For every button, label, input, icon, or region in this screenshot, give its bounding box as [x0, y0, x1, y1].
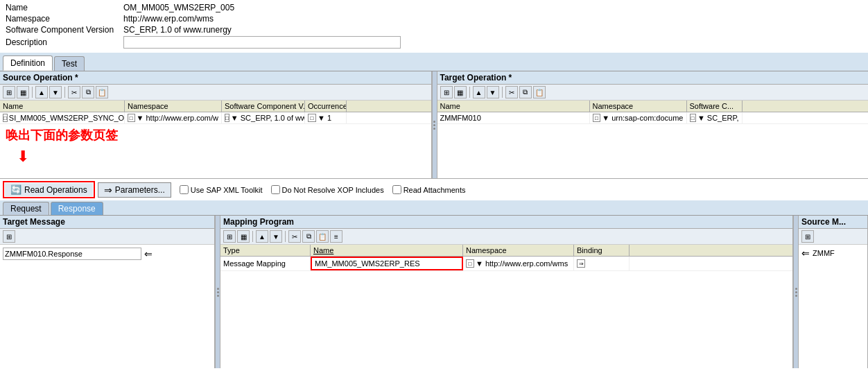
source-message-arrow[interactable]: ⇐ [801, 248, 810, 259]
annotation-text: 唤出下面的参数页签 [0, 124, 431, 146]
mp-td-type: Message Mapping [220, 257, 311, 270]
top-form: Name OM_MM005_WMS2ERP_005 Namespace http… [0, 0, 868, 53]
tgt-btn-up[interactable]: ▲ [473, 86, 485, 98]
mp-th-namespace: Namespace [463, 245, 574, 256]
tgt-scv-icon: □ [690, 114, 696, 122]
tab-test[interactable]: Test [54, 56, 85, 71]
tgt-btn-copy[interactable]: ⧉ [519, 86, 532, 98]
tgt-btn-dn[interactable]: ▼ [487, 86, 499, 98]
src-btn-dn[interactable]: ▼ [49, 86, 62, 98]
src-btn-2[interactable]: ▦ [17, 86, 29, 98]
name-value: OM_MM005_WMS2ERP_005 [123, 3, 234, 12]
src-td-occurrence: □▼ 1 [305, 112, 347, 123]
src-scv-icon: □ [225, 114, 229, 122]
mp-btn-dn[interactable]: ▼ [270, 230, 282, 243]
mp-btn-2[interactable]: ▦ [237, 230, 250, 243]
sub-tab-request[interactable]: Request [3, 202, 49, 215]
mp-btn-paste[interactable]: 📋 [316, 230, 329, 243]
target-message-arrow[interactable]: ⇐ [144, 248, 153, 259]
checkbox-sap-xml[interactable]: Use SAP XML Toolkit [180, 185, 263, 194]
read-ops-icon: 🔄 [10, 184, 21, 195]
bottom-splitter[interactable] [215, 216, 220, 368]
mp-btn-1[interactable]: ⊞ [223, 230, 236, 243]
tgt-btn-2[interactable]: ▦ [454, 86, 467, 98]
source-message-pane: Source M... ⊞ ⇐ ZMMF [799, 216, 868, 368]
mp-btn-cut[interactable]: ✂ [288, 230, 301, 243]
mp-btn-copy[interactable]: ⧉ [302, 230, 315, 243]
splitter-dot-9 [795, 295, 797, 297]
mapping-program-toolbar: ⊞ ▦ ▲ ▼ ✂ ⧉ 📋 ≡ [220, 229, 792, 245]
mp-td-name: MM_MM005_WMS2ERP_RES [311, 257, 463, 270]
src-btn-copy[interactable]: ⧉ [82, 86, 94, 98]
checkbox-no-resolve-input[interactable] [271, 185, 280, 194]
src-th-occurrence: Occurrence [305, 101, 347, 112]
src-btn-up[interactable]: ▲ [35, 86, 48, 98]
tgt-ns-icon: □ [593, 114, 601, 122]
source-operation-title: Source Operation * [0, 71, 431, 85]
sub-tab-response[interactable]: Response [51, 202, 103, 215]
right-splitter[interactable] [793, 216, 799, 368]
checkbox-read-attachments[interactable]: Read Attachments [392, 185, 466, 194]
tgt-sep1 [469, 87, 470, 98]
checkbox-sap-xml-input[interactable] [180, 185, 189, 194]
source-operation-toolbar: ⊞ ▦ ▲ ▼ ✂ ⧉ 📋 [0, 85, 431, 101]
src-row-icon: □ [3, 114, 8, 122]
mp-th-binding: Binding [574, 245, 630, 256]
checkbox-read-attachments-input[interactable] [392, 185, 401, 194]
checkbox-read-attachments-label: Read Attachments [403, 186, 466, 194]
namespace-row: Namespace http://www.erp.com/wms [6, 14, 862, 24]
target-message-value-row: ⇐ [0, 245, 214, 263]
tm-btn-1[interactable]: ⊞ [3, 230, 15, 243]
tgt-btn-cut[interactable]: ✂ [505, 86, 518, 98]
splitter-dot-8 [795, 291, 797, 293]
arrow-right-icon: ⇒ [104, 184, 112, 196]
tgt-td-name: ZMMFM010 [437, 112, 590, 123]
source-table-header: Name Namespace Software Component V... O… [0, 101, 431, 112]
tgt-btn-paste[interactable]: 📋 [533, 86, 546, 98]
target-operation-toolbar: ⊞ ▦ ▲ ▼ ✂ ⧉ 📋 [437, 85, 869, 101]
mapping-table-row[interactable]: Message Mapping MM_MM005_WMS2ERP_RES □▼ … [220, 257, 792, 271]
source-message-title: Source M... [799, 216, 867, 229]
scv-row: Software Component Version SC_ERP, 1.0 o… [6, 25, 862, 35]
source-operation-pane: Source Operation * ⊞ ▦ ▲ ▼ ✂ ⧉ 📋 Name Na… [0, 71, 432, 178]
checkbox-no-resolve-label: Do Not Resolve XOP Includes [282, 186, 384, 194]
mp-binding-icon: ⇒ [577, 259, 585, 268]
splitter-dot-5 [217, 291, 219, 293]
target-message-toolbar: ⊞ [0, 229, 214, 245]
tgt-td-namespace: □▼ urn:sap-com:docume [590, 112, 687, 123]
target-table-row[interactable]: ZMMFM010 □▼ urn:sap-com:docume □▼ SC_ERP… [437, 112, 869, 124]
mp-btn-extra[interactable]: ≡ [330, 230, 342, 243]
splitter-dot-3 [433, 128, 435, 130]
src-td-scv: □▼ SC_ERP, 1.0 of www [222, 112, 305, 123]
description-row: Description [6, 36, 862, 49]
vertical-splitter[interactable] [432, 71, 437, 178]
description-input[interactable] [123, 36, 401, 49]
tgt-th-namespace: Namespace [590, 101, 687, 112]
tgt-th-scv: Software C... [687, 101, 743, 112]
sep2 [64, 87, 65, 98]
scv-value: SC_ERP, 1.0 of www.runergy [123, 25, 232, 35]
description-label: Description [6, 37, 123, 47]
checkbox-sap-xml-label: Use SAP XML Toolkit [191, 186, 263, 194]
src-btn-1[interactable]: ⊞ [3, 86, 15, 98]
parameters-button[interactable]: ⇒ Parameters... [98, 182, 171, 198]
main-tabs-bar: Definition Test [0, 53, 868, 71]
mp-td-namespace: □▼ http://www.erp.com/wms [463, 257, 574, 270]
sm-btn-1[interactable]: ⊞ [801, 230, 814, 243]
source-message-toolbar: ⊞ [799, 229, 867, 245]
target-operation-pane: Target Operation * ⊞ ▦ ▲ ▼ ✂ ⧉ 📋 Name Na… [437, 71, 869, 178]
splitter-dot-7 [795, 288, 797, 290]
tgt-btn-1[interactable]: ⊞ [440, 86, 453, 98]
splitter-dot-2 [433, 124, 435, 126]
src-btn-cut[interactable]: ✂ [68, 86, 80, 98]
read-operations-button[interactable]: 🔄 Read Operations [5, 183, 93, 196]
src-btn-paste[interactable]: 📋 [96, 86, 108, 98]
checkbox-no-resolve[interactable]: Do Not Resolve XOP Includes [271, 185, 384, 194]
src-th-namespace: Namespace [125, 101, 222, 112]
target-message-pane: Target Message ⊞ ⇐ [0, 216, 215, 368]
tab-definition[interactable]: Definition [3, 55, 53, 71]
namespace-label: Namespace [6, 14, 123, 24]
target-message-input[interactable] [3, 248, 141, 260]
source-table-row[interactable]: □ SI_MM005_WMS2ERP_SYNC_OUT □▼ http://ww… [0, 112, 431, 124]
mp-btn-up[interactable]: ▲ [256, 230, 268, 243]
